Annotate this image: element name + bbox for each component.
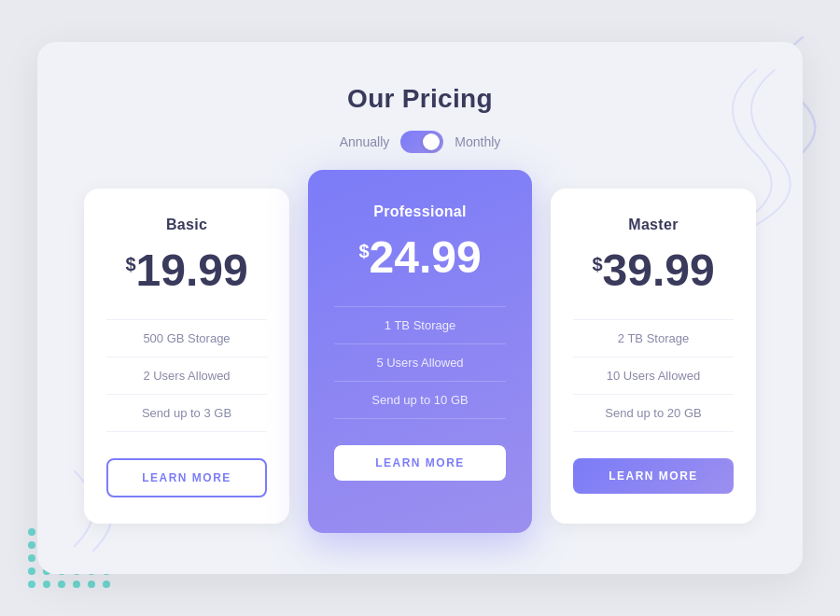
plan-price-row-basic: $19.99 (125, 248, 247, 293)
page-title: Our Pricing (347, 84, 493, 114)
plan-card-basic: Basic$19.99500 GB Storage2 Users Allowed… (84, 189, 289, 524)
toggle-label-annually: Annually (340, 134, 390, 149)
price-amount-basic: 19.99 (136, 248, 248, 293)
plan-price-row-master: $39.99 (592, 248, 714, 293)
learn-more-button-master[interactable]: LEARN MORE (573, 458, 734, 494)
plan-card-professional: Professional$24.991 TB Storage5 Users Al… (308, 170, 532, 533)
plan-card-master: Master$39.992 TB Storage10 Users Allowed… (551, 189, 756, 524)
toggle-label-monthly: Monthly (455, 134, 500, 149)
feature-item-basic-2: Send up to 3 GB (106, 394, 267, 432)
feature-item-master-2: Send up to 20 GB (573, 394, 734, 432)
feature-item-basic-1: 2 Users Allowed (106, 357, 267, 394)
feature-item-master-0: 2 TB Storage (573, 319, 734, 357)
plan-name-master: Master (628, 217, 678, 233)
learn-more-button-professional[interactable]: LEARN MORE (334, 445, 506, 481)
toggle-knob (423, 133, 440, 150)
plan-name-professional: Professional (373, 203, 467, 220)
plan-price-row-professional: $24.99 (358, 235, 481, 280)
pricing-cards-container: Basic$19.99500 GB Storage2 Users Allowed… (84, 189, 756, 524)
price-amount-master: 39.99 (603, 248, 715, 293)
price-currency-master: $ (592, 254, 602, 275)
features-list-basic: 500 GB Storage2 Users AllowedSend up to … (106, 319, 267, 432)
features-list-master: 2 TB Storage10 Users AllowedSend up to 2… (573, 319, 734, 432)
feature-item-professional-0: 1 TB Storage (334, 306, 506, 343)
price-amount-professional: 24.99 (370, 235, 482, 280)
price-currency-professional: $ (358, 241, 369, 262)
billing-toggle[interactable] (400, 131, 443, 153)
main-pricing-card: Our Pricing Annually Monthly Basic$19.99… (37, 42, 803, 574)
feature-item-basic-0: 500 GB Storage (106, 319, 267, 357)
feature-item-master-1: 10 Users Allowed (573, 357, 734, 394)
feature-item-professional-2: Send up to 10 GB (334, 381, 506, 419)
billing-toggle-row: Annually Monthly (340, 131, 501, 153)
features-list-professional: 1 TB Storage5 Users AllowedSend up to 10… (334, 306, 506, 419)
feature-item-professional-1: 5 Users Allowed (334, 343, 506, 381)
price-currency-basic: $ (125, 254, 135, 275)
learn-more-button-basic[interactable]: LEARN MORE (106, 458, 267, 497)
plan-name-basic: Basic (166, 217, 207, 233)
